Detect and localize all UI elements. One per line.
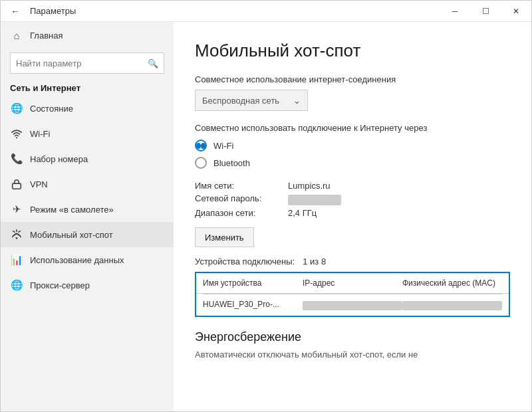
- hotspot-icon: [10, 228, 23, 241]
- dialup-label: Набор номера: [30, 154, 88, 164]
- device-mac-cell: [402, 301, 502, 310]
- search-icon: 🔍: [148, 58, 158, 68]
- edit-button[interactable]: Изменить: [195, 227, 254, 247]
- range-value: 2,4 ГГц: [288, 208, 510, 218]
- range-label: Диапазон сети:: [195, 208, 288, 218]
- search-box: 🔍: [10, 52, 164, 74]
- home-label: Главная: [30, 31, 63, 41]
- sidebar-section-label: Сеть и Интернет: [1, 79, 174, 96]
- svg-line-4: [13, 231, 15, 233]
- radio-wifi-circle: [195, 140, 207, 152]
- maximize-button[interactable]: ☐: [470, 1, 501, 22]
- devices-label: Устройства подключены:: [195, 257, 295, 266]
- password-label: Сетевой пароль:: [195, 193, 288, 205]
- power-section-title: Энергосбережение: [195, 330, 510, 344]
- connection-section-label: Совместно использовать подключение к Инт…: [195, 123, 510, 133]
- search-input[interactable]: [16, 58, 148, 68]
- table-row: HUAWEI_P30_Pro-...: [196, 294, 509, 316]
- sidebar-item-status[interactable]: 🌐 Состояние: [1, 96, 174, 121]
- col-ip-header: IP-адрес: [303, 278, 402, 288]
- wifi-icon: [10, 127, 23, 140]
- airplane-icon: ✈: [10, 203, 23, 216]
- proxy-label: Прокси-сервер: [30, 280, 90, 290]
- page-title: Мобильный хот-спот: [195, 41, 510, 61]
- data-label: Использование данных: [30, 255, 124, 265]
- radio-bluetooth-circle: [195, 157, 207, 169]
- device-table-header: Имя устройства IP-адрес Физический адрес…: [196, 273, 509, 294]
- window-controls: ─ ☐ ✕: [440, 1, 531, 22]
- vpn-icon: [10, 177, 23, 191]
- svg-point-2: [16, 237, 18, 239]
- devices-count: 1 из 8: [303, 257, 326, 266]
- vpn-label: VPN: [30, 179, 48, 189]
- title-bar: ← Параметры ─ ☐ ✕: [1, 1, 531, 22]
- network-info: Имя сети: Lumpics.ru Сетевой пароль: Диа…: [195, 181, 510, 218]
- col-mac-header: Физический адрес (MAC): [402, 278, 502, 288]
- title-bar-left: ← Параметры: [6, 2, 76, 21]
- status-label: Состояние: [30, 104, 73, 114]
- main-layout: ⌂ Главная 🔍 Сеть и Интернет 🌐 Состояние: [1, 22, 531, 411]
- data-icon: 📊: [10, 253, 23, 266]
- radio-bluetooth[interactable]: Bluetooth: [195, 157, 510, 169]
- dialup-icon: 📞: [10, 152, 23, 165]
- minimize-button[interactable]: ─: [440, 1, 470, 22]
- device-ip-cell: [303, 301, 402, 310]
- svg-rect-1: [13, 183, 21, 189]
- devices-row: Устройства подключены: 1 из 8: [195, 257, 510, 266]
- sharing-section-label: Совместное использование интернет-соедин…: [195, 74, 510, 84]
- radio-bluetooth-label: Bluetooth: [213, 158, 250, 168]
- sidebar-item-airplane[interactable]: ✈ Режим «в самолете»: [1, 197, 174, 222]
- sidebar-item-data[interactable]: 📊 Использование данных: [1, 247, 174, 272]
- power-section-desc: Автоматически отключать мобильный хот-сп…: [195, 350, 510, 360]
- hotspot-label: Мобильный хот-спот: [30, 230, 113, 240]
- device-table: Имя устройства IP-адрес Физический адрес…: [195, 272, 510, 317]
- sidebar-item-dialup[interactable]: 📞 Набор номера: [1, 146, 174, 171]
- status-icon: 🌐: [10, 102, 23, 115]
- password-value: [288, 195, 341, 205]
- svg-line-5: [19, 231, 21, 233]
- wifi-label: Wi-Fi: [30, 129, 50, 139]
- sidebar-item-proxy[interactable]: 🌐 Прокси-сервер: [1, 272, 174, 298]
- sharing-dropdown[interactable]: Беспроводная сеть ⌄: [195, 90, 308, 111]
- radio-wifi[interactable]: Wi-Fi: [195, 140, 510, 152]
- svg-point-0: [16, 137, 17, 138]
- col-name-header: Имя устройства: [203, 278, 303, 288]
- content-area: Мобильный хот-спот Совместное использова…: [174, 22, 531, 411]
- network-name-value: Lumpics.ru: [288, 181, 510, 191]
- airplane-label: Режим «в самолете»: [30, 205, 114, 215]
- network-name-label: Имя сети:: [195, 181, 288, 191]
- sharing-dropdown-value: Беспроводная сеть: [202, 96, 279, 106]
- dropdown-chevron-icon: ⌄: [293, 96, 301, 106]
- window-title: Параметры: [30, 6, 76, 16]
- close-button[interactable]: ✕: [501, 1, 531, 22]
- sidebar-item-vpn[interactable]: VPN: [1, 171, 174, 197]
- radio-group: Wi-Fi Bluetooth: [195, 140, 510, 169]
- sidebar-item-home[interactable]: ⌂ Главная: [1, 22, 174, 46]
- settings-window: ← Параметры ─ ☐ ✕ ⌂ Главная 🔍 Сеть и Инт…: [0, 0, 532, 412]
- sidebar-item-wifi[interactable]: Wi-Fi: [1, 121, 174, 146]
- sidebar-item-hotspot[interactable]: Мобильный хот-спот: [1, 222, 174, 247]
- sidebar: ⌂ Главная 🔍 Сеть и Интернет 🌐 Состояние: [1, 22, 174, 411]
- proxy-icon: 🌐: [10, 278, 23, 292]
- back-button[interactable]: ←: [6, 2, 25, 21]
- device-name-cell: HUAWEI_P30_Pro-...: [203, 300, 303, 310]
- home-icon: ⌂: [10, 29, 23, 42]
- radio-wifi-label: Wi-Fi: [213, 141, 233, 151]
